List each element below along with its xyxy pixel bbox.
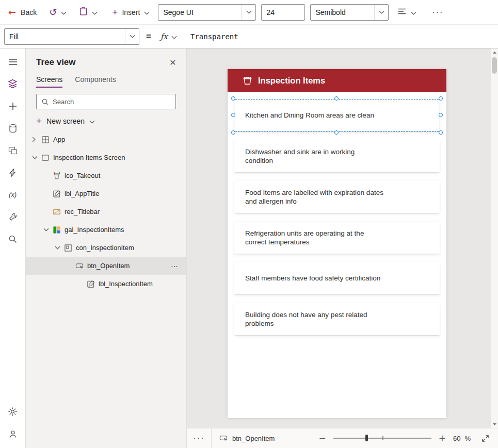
inspection-gallery: Kitchen and Dining Room areas are clean … bbox=[228, 92, 446, 335]
gallery-item-card[interactable]: Building does not have any pest related … bbox=[234, 303, 440, 335]
tree-item-lbl-inspectionitem[interactable]: lbl_InspectionItem bbox=[26, 275, 186, 293]
container-icon bbox=[64, 244, 76, 252]
toolbar-more-button[interactable]: ··· bbox=[432, 8, 443, 17]
selection-handle[interactable] bbox=[439, 96, 443, 101]
statusbar-more-button[interactable]: ··· bbox=[187, 428, 212, 448]
tree-item-label: App bbox=[53, 136, 65, 143]
tree-search-box[interactable] bbox=[36, 94, 176, 109]
gallery-item-card[interactable]: Dishwasher and sink are in working condi… bbox=[234, 140, 440, 172]
zoom-in-button[interactable]: + bbox=[439, 433, 446, 443]
scrollbar-thumb[interactable] bbox=[492, 57, 497, 74]
power-automate-icon bbox=[8, 168, 18, 177]
selection-handle[interactable] bbox=[334, 130, 339, 135]
tree-view-button[interactable] bbox=[0, 73, 26, 95]
paste-dropdown-chevron-icon[interactable] bbox=[92, 8, 98, 17]
selection-handle[interactable] bbox=[231, 113, 235, 117]
media-panel-button[interactable] bbox=[0, 139, 26, 161]
wrench-icon bbox=[8, 212, 18, 222]
button-icon bbox=[75, 262, 87, 270]
rectangle-icon bbox=[53, 208, 65, 216]
data-panel-button[interactable] bbox=[0, 117, 26, 139]
inspection-item-text: Building does not have any pest related … bbox=[245, 310, 384, 328]
tree-item-btn-openitem[interactable]: btn_OpenItem ··· bbox=[26, 257, 186, 275]
selection-handle[interactable] bbox=[231, 130, 235, 135]
selection-handle[interactable] bbox=[439, 130, 443, 135]
new-screen-button[interactable]: + New screen bbox=[36, 116, 176, 126]
menu-button[interactable] bbox=[0, 51, 26, 73]
tree-item-rec-titlebar[interactable]: rec_Titlebar bbox=[26, 203, 186, 221]
power-automate-button[interactable] bbox=[0, 161, 26, 184]
tree-item-gal-inspectionitems[interactable]: gal_InspectionItems bbox=[26, 221, 186, 239]
gallery-item-card[interactable]: Refrigeration units are operating at the… bbox=[234, 222, 440, 254]
tab-screens[interactable]: Screens bbox=[36, 75, 62, 88]
back-label: Back bbox=[21, 8, 37, 16]
canvas-scrollbar[interactable] bbox=[490, 48, 498, 428]
undo-icon[interactable]: ↺ bbox=[49, 8, 57, 17]
scroll-down-icon[interactable] bbox=[491, 420, 498, 428]
gallery-icon bbox=[53, 226, 65, 234]
scroll-up-icon[interactable] bbox=[491, 48, 498, 56]
back-button[interactable]: ← Back bbox=[8, 8, 37, 17]
design-canvas[interactable]: Inspection Items Kitchen and Dining Room… bbox=[187, 48, 490, 428]
insert-panel-button[interactable] bbox=[0, 95, 26, 117]
selection-handle[interactable] bbox=[334, 96, 339, 101]
tree-item-label: gal_InspectionItems bbox=[65, 226, 124, 234]
tab-components[interactable]: Components bbox=[75, 75, 116, 88]
inspection-item-text: Kitchen and Dining Room areas are clean bbox=[245, 111, 374, 120]
settings-button[interactable] bbox=[0, 401, 26, 423]
selection-handle[interactable] bbox=[231, 96, 235, 101]
insert-label: Insert bbox=[122, 8, 140, 16]
tree-search-input[interactable] bbox=[53, 98, 171, 106]
zoom-out-button[interactable]: − bbox=[318, 433, 326, 443]
insert-button[interactable]: + Insert bbox=[112, 7, 150, 17]
gallery-item-card-selected[interactable]: Kitchen and Dining Room areas are clean bbox=[234, 99, 440, 131]
tree-item-more-button[interactable]: ··· bbox=[171, 262, 178, 270]
font-size-input[interactable] bbox=[261, 4, 305, 21]
undo-dropdown-chevron-icon[interactable] bbox=[61, 8, 67, 17]
variables-icon: (x) bbox=[9, 191, 17, 198]
selected-control-indicator[interactable]: btn_OpenItem bbox=[219, 434, 275, 442]
text-align-icon bbox=[398, 8, 406, 17]
equals-sign: = bbox=[146, 31, 151, 42]
database-icon bbox=[8, 124, 18, 133]
fx-chevron-icon bbox=[171, 32, 177, 41]
takeout-icon bbox=[242, 75, 253, 86]
chevron-down-icon[interactable] bbox=[32, 156, 41, 159]
chevron-right-icon[interactable] bbox=[32, 137, 41, 142]
text-align-split-button[interactable] bbox=[398, 8, 416, 17]
gallery-item-card[interactable]: Food Items are labelled with expiration … bbox=[234, 181, 440, 213]
app-icon bbox=[41, 136, 53, 144]
zoom-slider[interactable] bbox=[333, 435, 431, 442]
tree-item-con-inspectionitem[interactable]: con_InspectionItem bbox=[26, 239, 186, 257]
insert-plus-icon: + bbox=[112, 7, 118, 17]
selection-handle[interactable] bbox=[439, 113, 443, 117]
top-toolbar: ← Back ↺ + Insert Segoe UI bbox=[0, 0, 498, 25]
variables-button[interactable]: (x) bbox=[0, 184, 26, 206]
fx-icon: ƒx bbox=[160, 32, 168, 41]
chevron-down-icon[interactable] bbox=[55, 246, 64, 250]
search-icon bbox=[8, 235, 17, 243]
tree-item-ico-takeout[interactable]: ico_Takeout bbox=[26, 167, 186, 185]
fullscreen-button[interactable] bbox=[481, 435, 489, 442]
search-panel-button[interactable] bbox=[0, 228, 26, 250]
tree-item-inspection-items-screen[interactable]: Inspection Items Screen bbox=[26, 148, 186, 167]
chevron-down-icon[interactable] bbox=[43, 228, 53, 231]
gallery-item-card[interactable]: Staff members have food safety certifica… bbox=[234, 262, 440, 294]
font-weight-dropdown[interactable]: Semibold bbox=[310, 4, 389, 21]
formula-input[interactable]: Transparent bbox=[190, 32, 238, 41]
zoom-slider-handle[interactable] bbox=[365, 435, 368, 441]
paste-icon[interactable] bbox=[79, 7, 88, 18]
advanced-tools-button[interactable] bbox=[0, 206, 26, 228]
app-titlebar[interactable]: Inspection Items bbox=[228, 69, 446, 92]
selected-control-name: btn_OpenItem bbox=[232, 435, 275, 442]
close-panel-icon[interactable]: × bbox=[170, 57, 176, 68]
tree-item-app[interactable]: App bbox=[26, 130, 186, 148]
property-dropdown[interactable]: Fill bbox=[4, 28, 139, 45]
tree-item-lbl-apptitle[interactable]: lbl_AppTitle bbox=[26, 185, 186, 203]
font-family-chevron-icon bbox=[242, 5, 255, 20]
app-checker-button[interactable] bbox=[0, 423, 26, 445]
powerapps-studio: ← Back ↺ + Insert Segoe UI bbox=[0, 0, 498, 448]
fx-button[interactable]: ƒx bbox=[160, 32, 177, 41]
search-icon bbox=[41, 98, 49, 106]
font-family-dropdown[interactable]: Segoe UI bbox=[158, 4, 256, 21]
